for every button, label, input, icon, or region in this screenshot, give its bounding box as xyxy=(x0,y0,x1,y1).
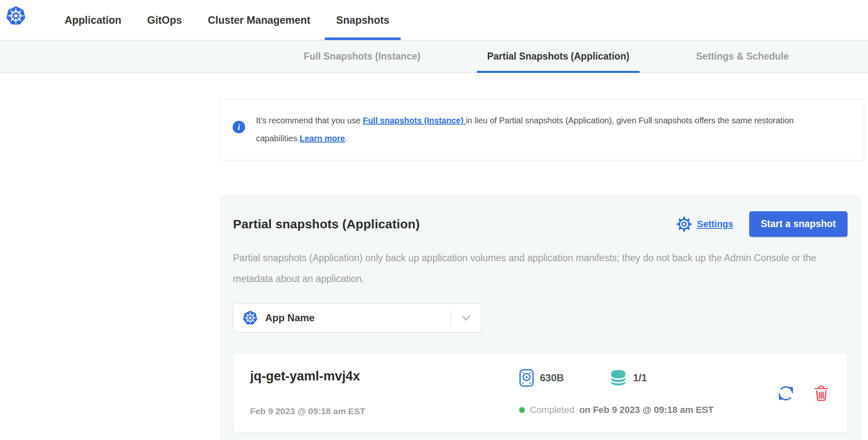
app-name-select[interactable]: App Name xyxy=(233,303,482,332)
snapshot-status-line: Completed on Feb 9 2023 @ 09:18 am EST xyxy=(519,405,764,418)
info-banner-text: It’s recommend that you use Full snapsho… xyxy=(256,112,840,148)
panel-header: Partial snapshots (Application) xyxy=(233,211,848,237)
nav-item-application[interactable]: Application xyxy=(53,0,133,40)
snapshot-volumes-chip: 1/1 xyxy=(610,369,647,387)
tab-partial-snapshots[interactable]: Partial Snapshots (Application) xyxy=(477,40,639,72)
finished-prefix: on xyxy=(579,405,590,415)
panel-title: Partial snapshots (Application) xyxy=(233,217,420,231)
panel-description: Partial snapshots (Application) only bac… xyxy=(233,248,848,289)
snapshot-status: Completed xyxy=(530,405,574,415)
snapshot-finished-date: on Feb 9 2023 @ 09:18 am EST xyxy=(579,405,713,415)
snapshot-details: 630B 1/1 Completed o xyxy=(519,369,764,418)
delete-snapshot-button[interactable] xyxy=(813,384,830,402)
snapshots-subnav: Full Snapshots (Instance) Partial Snapsh… xyxy=(0,40,868,73)
tab-settings-schedule[interactable]: Settings & Schedule xyxy=(686,40,799,72)
learn-more-link[interactable]: Learn more xyxy=(300,134,345,143)
snapshot-volume-count: 1/1 xyxy=(633,372,647,384)
nav-item-gitops[interactable]: GitOps xyxy=(136,0,193,40)
full-snapshots-link[interactable]: Full snapshots (Instance) xyxy=(363,116,466,125)
kubernetes-logo-icon xyxy=(6,6,26,26)
snapshot-identity: jq-get-yaml-mvj4x Feb 9 2023 @ 09:18 am … xyxy=(250,369,519,418)
partial-snapshots-panel: Partial snapshots (Application) xyxy=(220,195,861,440)
panel-header-actions: Settings Start a snapshot xyxy=(675,211,848,237)
restore-icon xyxy=(776,384,795,403)
start-snapshot-button[interactable]: Start a snapshot xyxy=(749,211,848,237)
settings-link-label: Settings xyxy=(697,219,733,230)
info-text-before: It’s recommend that you use xyxy=(256,116,363,125)
restore-snapshot-button[interactable] xyxy=(776,384,795,403)
chevron-down-icon[interactable] xyxy=(451,304,481,332)
trash-icon xyxy=(813,384,830,402)
snapshot-name: jq-get-yaml-mvj4x xyxy=(250,369,519,384)
app-select-value: App Name xyxy=(265,312,451,324)
snapshot-metrics: 630B 1/1 xyxy=(519,369,764,387)
top-navigation: Application GitOps Cluster Management Sn… xyxy=(0,0,868,40)
info-text-after: . xyxy=(345,134,347,143)
main-nav: Application GitOps Cluster Management Sn… xyxy=(53,0,401,40)
snapshot-size-chip: 630B xyxy=(519,369,564,387)
nav-item-snapshots[interactable]: Snapshots xyxy=(325,0,401,40)
info-icon: i xyxy=(233,121,245,133)
status-dot-icon xyxy=(519,407,525,413)
finished-at: Feb 9 2023 @ 09:18 am EST xyxy=(593,405,713,415)
nav-item-cluster-management[interactable]: Cluster Management xyxy=(196,0,321,40)
gear-icon xyxy=(675,215,693,233)
snapshot-started-date: Feb 9 2023 @ 09:18 am EST xyxy=(250,406,519,418)
info-banner: i It’s recommend that you use Full snaps… xyxy=(220,99,864,160)
page-content: i It’s recommend that you use Full snaps… xyxy=(0,99,868,440)
snapshot-size: 630B xyxy=(540,372,564,384)
disk-icon xyxy=(519,369,534,387)
settings-link[interactable]: Settings xyxy=(675,215,733,233)
snapshot-actions xyxy=(776,369,830,418)
database-icon xyxy=(610,369,627,387)
kubernetes-app-icon xyxy=(243,310,258,325)
tab-full-snapshots[interactable]: Full Snapshots (Instance) xyxy=(294,40,431,72)
snapshot-row: jq-get-yaml-mvj4x Feb 9 2023 @ 09:18 am … xyxy=(233,353,848,432)
